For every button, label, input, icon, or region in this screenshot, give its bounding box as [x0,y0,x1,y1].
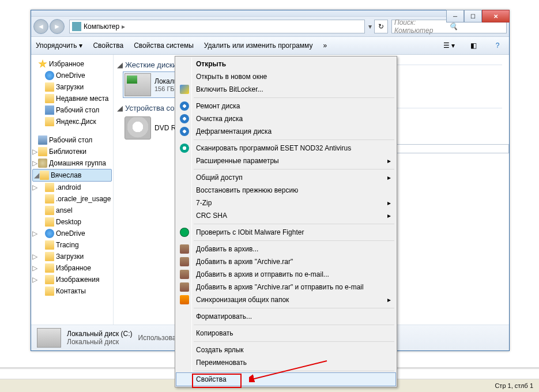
preview-pane-button[interactable]: ◧ [466,39,480,52]
star-icon [38,59,47,69]
folder-icon [45,194,54,203]
ctx-open[interactable]: Открыть [176,58,395,70]
folder-icon [45,287,54,296]
ctx-rar-add[interactable]: Добавить в архив... [176,243,395,255]
toolbar-overflow-button[interactable]: » [323,42,327,50]
ctx-format[interactable]: Форматировать... [176,310,395,323]
ctx-7zip[interactable]: 7-Zip▸ [176,197,395,209]
sidebar-item-ansel[interactable]: ansel [31,205,113,216]
disk-tool-icon [180,101,189,111]
address-dropdown-icon[interactable]: ▾ [368,22,372,31]
ctx-disk-cleanup[interactable]: Очистка диска [176,112,395,125]
organize-menu[interactable]: Упорядочить ▾ [36,42,82,50]
folder-icon [45,183,54,192]
rar-icon [180,270,189,279]
eset-icon [180,144,189,153]
submenu-arrow-icon: ▸ [387,296,391,304]
ctx-restore[interactable]: Восстановить прежнюю версию [176,184,395,197]
search-icon: 🔍 [449,22,504,31]
folder-icon [45,217,54,227]
sidebar-item-libraries[interactable]: ▷Библиотеки [31,146,113,157]
hdd-icon [125,73,151,96]
cloud-icon [45,229,54,238]
search-placeholder: Поиск: Компьютер [394,18,449,35]
sidebar-item-favorites-folder[interactable]: ▷Избранное [31,262,113,274]
ctx-share[interactable]: Общий доступ▸ [176,171,395,184]
folder-icon [45,275,54,284]
breadcrumb-arrow-icon[interactable]: ▸ [122,22,125,31]
sidebar-item-contacts[interactable]: Контакты [31,285,113,297]
minimize-button[interactable]: ─ [446,10,464,22]
favorites-group[interactable]: Избранное [31,58,113,70]
folder-icon [45,82,54,92]
folder-icon [45,206,54,215]
shield-icon [180,85,189,94]
close-button[interactable]: ✕ [482,10,510,22]
context-menu: Открыть Открыть в новом окне Включить Bi… [175,56,397,387]
sidebar-item-desktop[interactable]: Рабочий стол [31,104,113,116]
ctx-iobit-scan[interactable]: Проверить с IObit Malware Fighter [176,226,395,239]
refresh-button[interactable]: ↻ [374,20,388,33]
ctx-sync-folders[interactable]: Синхронизация общих папок▸ [176,293,395,306]
back-button[interactable]: ◄ [33,19,48,34]
status-type: Локальный диск [67,338,133,346]
ctx-copy[interactable]: Копировать [176,327,395,340]
forward-button[interactable]: ► [50,19,65,34]
sidebar-item-yandexdisk[interactable]: Яндекс.Диск [31,116,113,127]
sidebar-item-onedrive-folder[interactable]: ▷OneDrive [31,228,113,239]
submenu-arrow-icon: ▸ [387,157,391,165]
sidebar-item-tracing[interactable]: Tracing [31,239,113,251]
hdd-icon [37,328,61,348]
uninstall-program-button[interactable]: Удалить или изменить программу [204,42,313,50]
sidebar-item-onedrive[interactable]: OneDrive [31,70,113,81]
sidebar-item-android[interactable]: ▷.android [31,182,113,193]
submenu-arrow-icon: ▸ [387,174,391,182]
rar-icon [180,257,189,266]
folder-icon [45,94,54,103]
ctx-rar-named-email[interactable]: Добавить в архив "Archive.rar" и отправи… [176,281,395,293]
properties-button[interactable]: Свойства [93,42,123,50]
help-button[interactable]: ? [491,39,504,52]
window-frame-top [31,10,509,17]
monitor-icon [38,135,47,145]
ctx-advanced[interactable]: Расширенные параметры▸ [176,154,395,167]
ctx-rar-email[interactable]: Добавить в архив и отправить по e-mail..… [176,268,395,281]
rar-icon [180,244,189,254]
sidebar-item-desktop-folder[interactable]: Desktop [31,216,113,228]
sidebar-item-user[interactable]: ◢Вячеслав [32,169,112,182]
sidebar-item-homegroup[interactable]: ▷Домашняя группа [31,157,113,169]
ctx-rename[interactable]: Переименовать [176,356,395,369]
desktop-group[interactable]: Рабочий стол [31,134,113,146]
ctx-disk-defrag[interactable]: Дефрагментация диска [176,125,395,138]
sidebar-item-recent[interactable]: Недавние места [31,93,113,104]
folder-icon [45,252,54,261]
status-name: Локальный диск (C:) [67,330,133,338]
sidebar-item-images[interactable]: ▷Изображения [31,274,113,285]
iobit-icon [180,228,189,237]
ctx-bitlocker[interactable]: Включить BitLocker... [176,83,395,96]
disk-tool-icon [180,127,189,136]
desktop-icon [45,105,54,115]
system-properties-button[interactable]: Свойства системы [134,42,194,50]
view-options-button[interactable]: ☰ ▾ [442,39,456,52]
sidebar-item-downloads[interactable]: Загрузки [31,81,113,93]
address-path: Компьютер [84,22,119,31]
cloud-icon [45,71,54,80]
ctx-create-shortcut[interactable]: Создать ярлык [176,344,395,356]
ctx-eset-scan[interactable]: Сканировать программой ESET NOD32 Antivi… [176,142,395,154]
folder-icon [45,117,54,126]
navigation-pane: Избранное OneDrive Загрузки Недавние мес… [31,55,114,330]
highlight-annotation [192,374,242,388]
ctx-disk-repair[interactable]: Ремонт диска [176,100,395,112]
maximize-button[interactable]: ☐ [464,10,482,22]
sidebar-item-downloads-folder[interactable]: ▷Загрузки [31,251,113,262]
ctx-rar-add-named[interactable]: Добавить в архив "Archive.rar" [176,255,395,268]
ctx-open-new-window[interactable]: Открыть в новом окне [176,70,395,83]
ctx-crc-sha[interactable]: CRC SHA▸ [176,209,395,222]
disk-tool-icon [180,114,189,123]
homegroup-icon [38,159,47,168]
sidebar-item-oracle[interactable]: .oracle_jre_usage [31,193,113,205]
cursor-position: Стр 1, стлб 1 [495,382,533,389]
address-bar[interactable]: Компьютер ▸ [69,20,365,33]
rar-icon [180,282,189,292]
